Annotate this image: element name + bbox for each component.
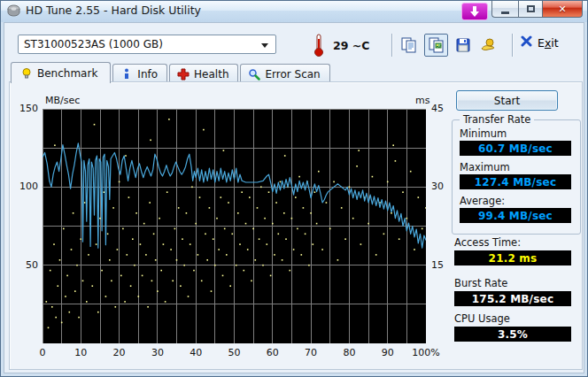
cpu-usage-value: 3.5% <box>454 327 571 342</box>
plot-area <box>43 109 426 343</box>
magnifier-icon <box>248 68 260 81</box>
close-button[interactable]: ✕ <box>543 1 583 18</box>
client-area: ST31000523AS (1000 GB) 29 ~C Exit <box>4 22 584 373</box>
maximize-icon <box>527 5 535 12</box>
minimize-icon <box>501 12 509 14</box>
health-cross-icon <box>177 68 190 81</box>
y-left-tick: 100 <box>10 181 38 192</box>
temperature-readout: 29 ~C <box>333 39 369 52</box>
average-value: 99.4 MB/sec <box>460 208 571 223</box>
exit-label: Exit <box>538 36 559 50</box>
burst-rate-value: 175.2 MB/sec <box>454 291 571 306</box>
cpu-usage-label: CPU Usage <box>454 312 510 325</box>
save-button[interactable] <box>451 34 475 57</box>
close-icon: ✕ <box>558 4 566 14</box>
info-icon <box>120 68 133 81</box>
exit-x-icon <box>521 35 532 50</box>
tab-label: Info <box>137 68 158 81</box>
transfer-rate-title: Transfer Rate <box>460 113 534 126</box>
maximum-label: Maximum <box>460 161 510 173</box>
x-tick: 20 <box>104 347 135 358</box>
y-left-tick: 150 <box>10 103 38 114</box>
tab-benchmark[interactable]: Benchmark <box>11 62 111 83</box>
bulb-icon <box>20 67 33 80</box>
hdtune-window: HD Tune 2.55 - Hard Disk Utility ✕ ST310… <box>0 0 588 377</box>
tab-info[interactable]: Info <box>112 64 167 83</box>
x-tick: 10 <box>66 347 96 358</box>
average-label: Average: <box>460 195 505 207</box>
access-time-label: Access Time: <box>454 236 521 249</box>
tab-error-scan[interactable]: Error Scan <box>240 64 329 83</box>
y-left-tick: 50 <box>10 259 38 271</box>
x-tick: 80 <box>334 347 364 358</box>
drive-select-value: ST31000523AS (1000 GB) <box>24 38 163 50</box>
exit-button[interactable]: Exit <box>521 35 559 50</box>
x-tick: 60 <box>258 347 288 358</box>
x-tick: 50 <box>220 347 250 358</box>
window-controls: ✕ <box>491 1 583 18</box>
x-tick: 90 <box>373 347 403 358</box>
maximize-button[interactable] <box>518 1 543 18</box>
x-tick: 40 <box>181 347 211 358</box>
maximum-value: 127.4 MB/sec <box>460 174 571 189</box>
y-left-axis-unit: MB/sec <box>45 95 80 106</box>
chevron-down-icon <box>261 43 268 48</box>
donate-button[interactable] <box>476 34 499 57</box>
hard-disk-icon <box>7 4 20 18</box>
y-right-axis-unit: ms <box>415 95 429 106</box>
copy-text-button[interactable] <box>397 34 421 57</box>
burst-rate-label: Burst Rate <box>454 277 507 289</box>
transfer-rate-groupbox: Transfer Rate Minimum 60.7 MB/sec Maximu… <box>452 119 581 235</box>
toolbar-separator <box>391 34 393 57</box>
minimum-label: Minimum <box>460 127 507 140</box>
tab-label: Health <box>194 68 228 81</box>
start-button[interactable]: Start <box>456 90 558 111</box>
tab-label: Error Scan <box>265 68 320 81</box>
screen-capture-icon[interactable] <box>461 3 488 20</box>
thermometer-icon <box>313 34 324 57</box>
window-title: HD Tune 2.55 - Hard Disk Utility <box>26 4 201 17</box>
access-time-value: 21.2 ms <box>454 250 571 265</box>
titlebar[interactable]: HD Tune 2.55 - Hard Disk Utility ✕ <box>1 1 587 22</box>
y-right-tick: 45 <box>431 103 458 114</box>
minimize-button[interactable] <box>491 1 518 18</box>
tab-health[interactable]: Health <box>169 64 238 83</box>
tab-label: Benchmark <box>37 67 97 80</box>
copy-image-button[interactable] <box>424 34 448 57</box>
minimum-value: 60.7 MB/sec <box>460 141 571 156</box>
x-tick: 0 <box>27 347 58 358</box>
drive-select[interactable]: ST31000523AS (1000 GB) <box>18 35 276 54</box>
x-tick: 100% <box>411 347 441 358</box>
benchmark-page: MB/sec ms 150100504530150102030405060708… <box>9 81 583 370</box>
toolbar-separator <box>512 34 514 57</box>
tab-strip: Benchmark Info Health Error Scan <box>11 62 332 83</box>
benchmark-chart: MB/sec ms 150100504530150102030405060708… <box>10 82 453 371</box>
x-tick: 70 <box>296 347 326 358</box>
x-tick: 30 <box>143 347 173 358</box>
